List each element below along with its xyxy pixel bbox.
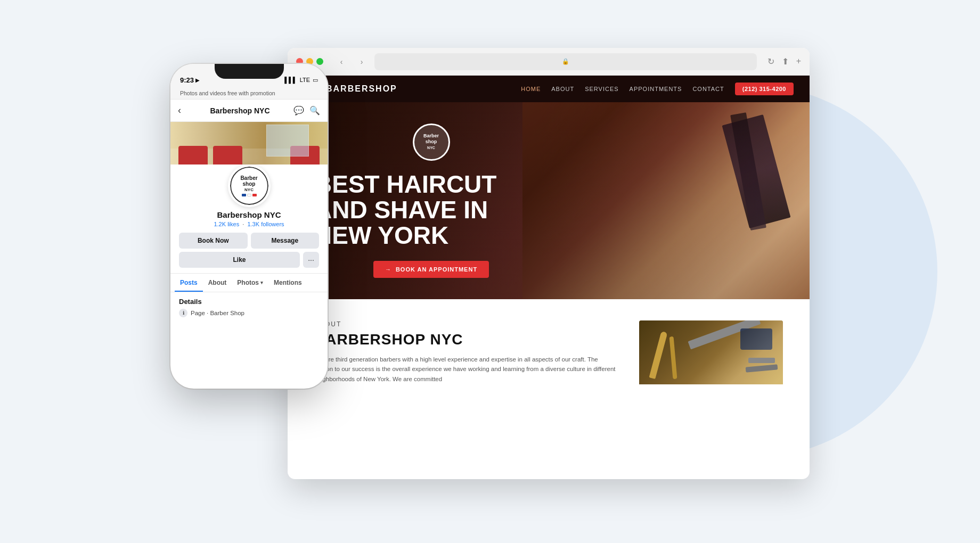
- fb-avatar: Barber shop NYC: [228, 164, 271, 207]
- about-section-label: ABOUT: [314, 320, 618, 328]
- browser-window: ‹ › 🔒 ↻ ⬆ + Barber shop NYC: [288, 48, 810, 479]
- hero-content: Barber shop NYC BEST HAIRCUT AND SHAVE I…: [288, 124, 575, 278]
- nav-link-about[interactable]: ABOUT: [551, 86, 574, 92]
- about-section-title: BARBERSHOP NYC: [314, 331, 618, 348]
- phone-notch: [215, 64, 284, 79]
- more-options-button[interactable]: ···: [303, 252, 319, 268]
- battery-icon: ▭: [313, 77, 318, 84]
- avatar-inner: Barber shop NYC: [230, 167, 268, 205]
- tab-photos[interactable]: Photos ▾: [232, 274, 268, 292]
- nav-link-contact[interactable]: CONTACT: [692, 86, 724, 92]
- about-image: [639, 320, 783, 384]
- like-button[interactable]: Like: [179, 252, 300, 268]
- search-icon[interactable]: 🔍: [309, 105, 320, 116]
- nav-link-home[interactable]: HOME: [521, 86, 541, 92]
- cta-arrow: →: [385, 266, 391, 273]
- hero-section: Barber shop NYC BEST HAIRCUT AND SHAVE I…: [288, 102, 810, 299]
- followers-count: 1.3K: [247, 221, 259, 227]
- phone-nav-icons: 💬 🔍: [293, 105, 320, 116]
- address-bar[interactable]: 🔒: [374, 53, 757, 70]
- tab-photos-dropdown: Photos ▾: [237, 279, 263, 286]
- about-description: We are third generation barbers with a h…: [314, 355, 618, 384]
- status-icons: ▌▌▌ LTE ▭: [284, 77, 318, 84]
- status-time: 9:23: [180, 76, 194, 84]
- about-section: ABOUT BARBERSHOP NYC We are third genera…: [288, 299, 810, 384]
- window: [266, 125, 309, 157]
- fb-action-buttons-row2: Like ···: [179, 252, 319, 268]
- lock-icon: 🔒: [562, 58, 569, 65]
- tab-mentions[interactable]: Mentions: [268, 274, 307, 292]
- browser-chrome: ‹ › 🔒 ↻ ⬆ +: [288, 48, 810, 76]
- about-text: ABOUT BARBERSHOP NYC We are third genera…: [314, 320, 618, 384]
- book-now-button[interactable]: Book Now: [179, 233, 248, 249]
- messenger-icon[interactable]: 💬: [293, 105, 304, 116]
- message-button[interactable]: Message: [251, 233, 320, 249]
- site-nav-links: HOME ABOUT SERVICES APPOINTMENTS CONTACT…: [521, 83, 794, 95]
- nav-phone-button[interactable]: (212) 315-4200: [735, 83, 794, 95]
- likes-count: 1.2K: [214, 221, 226, 227]
- avatar-line3: NYC: [240, 187, 257, 192]
- fb-details-section: Details ℹ Page · Barber Shop: [170, 292, 328, 323]
- fb-page-stats: 1.2K likes · 1.3K followers: [179, 221, 319, 227]
- reload-button[interactable]: ↻: [767, 56, 774, 67]
- phone-frame: 9:23 ▶ ▌▌▌ LTE ▭ Photos and videos free …: [170, 64, 328, 389]
- share-button[interactable]: ⬆: [782, 56, 789, 67]
- fb-tabs: Posts About Photos ▾ Mentions: [170, 274, 328, 292]
- website-content: Barber shop NYC BARBERSHOP HOME ABOUT SE…: [288, 76, 810, 479]
- fb-page-name: Barbershop NYC: [179, 210, 319, 219]
- fb-detail-item: ℹ Page · Barber Shop: [179, 309, 319, 317]
- promo-bar: Photos and videos free with promotion: [170, 87, 328, 100]
- phone-page-title: Barbershop NYC: [186, 106, 293, 115]
- fb-profile-section: Barber shop NYC Barbershop NYC 1.2K: [170, 164, 328, 274]
- info-icon: ℹ: [179, 309, 187, 317]
- hero-logo-badge: Barber shop NYC: [413, 124, 450, 161]
- followers-label: followers: [261, 221, 284, 227]
- site-logo-text: BARBERSHOP: [326, 84, 397, 94]
- phone-back-button[interactable]: ‹: [178, 105, 181, 116]
- nav-link-appointments[interactable]: APPOINTMENTS: [630, 86, 682, 92]
- fb-action-buttons-row1: Book Now Message: [179, 233, 319, 249]
- avatar-line2: shop: [240, 181, 257, 187]
- browser-forward-button[interactable]: ›: [354, 54, 369, 69]
- page-category-label: Page · Barber Shop: [191, 310, 244, 316]
- phone-nav-bar: ‹ Barbershop NYC 💬 🔍: [170, 100, 328, 122]
- tab-about[interactable]: About: [203, 274, 232, 292]
- chevron-down-icon: ▾: [260, 280, 263, 285]
- browser-back-button[interactable]: ‹: [334, 54, 349, 69]
- fb-details-title: Details: [179, 298, 319, 306]
- nav-link-services[interactable]: SERVICES: [585, 86, 618, 92]
- location-arrow-icon: ▶: [195, 77, 200, 83]
- site-navigation: Barber shop NYC BARBERSHOP HOME ABOUT SE…: [288, 76, 810, 102]
- lte-label: LTE: [300, 77, 310, 83]
- tab-posts[interactable]: Posts: [175, 274, 203, 292]
- hero-title: BEST HAIRCUT AND SHAVE IN NEW YORK: [314, 171, 548, 249]
- signal-icon: ▌▌▌: [284, 77, 297, 83]
- new-tab-button[interactable]: +: [796, 56, 801, 67]
- cta-label: BOOK AN APPOINTMENT: [396, 266, 477, 273]
- scene-container: ‹ › 🔒 ↻ ⬆ + Barber shop NYC: [170, 32, 810, 511]
- avatar-line1: Barber: [240, 175, 257, 182]
- browser-actions: ↻ ⬆ +: [767, 56, 801, 67]
- hero-cta-button[interactable]: → BOOK AN APPOINTMENT: [373, 261, 489, 278]
